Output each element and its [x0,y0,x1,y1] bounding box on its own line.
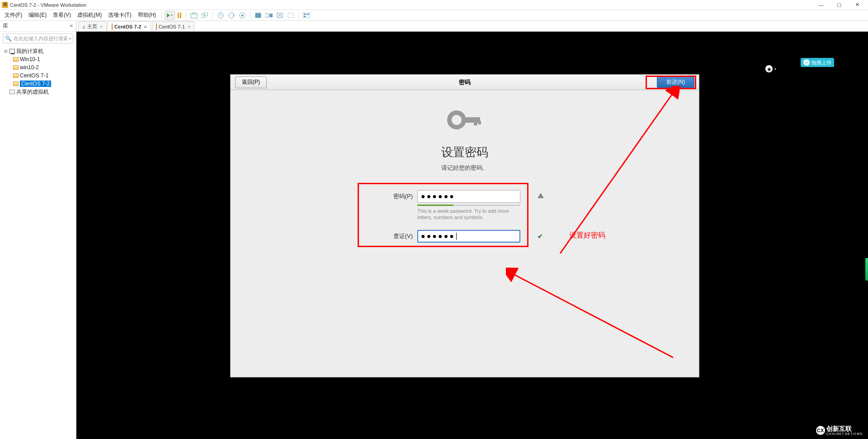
snapshot-manager-button[interactable] [200,11,210,20]
app-icon: 回 [2,2,8,8]
vm-icon [13,73,19,78]
heading: 设置密码 [441,144,488,160]
tree-item-centos-7-1[interactable]: CentOS 7-1 [0,72,76,80]
menu-view[interactable]: 查看(V) [50,10,74,20]
cloud-icon: ∞ [803,59,810,66]
snapshot-button[interactable] [189,11,199,20]
svg-point-17 [449,113,464,127]
svg-rect-9 [265,14,269,17]
back-button[interactable]: 返回(P) [235,76,267,88]
svg-rect-12 [288,13,293,18]
password-input[interactable] [417,190,520,203]
svg-rect-13 [303,13,310,18]
menu-file[interactable]: 文件(F) [2,10,25,20]
warning-icon [538,193,545,200]
panel-header: 返回(P) 密码 前进(N) [231,75,699,90]
menu-help[interactable]: 帮助(H) [135,10,159,20]
suspend-button[interactable] [178,13,181,18]
svg-rect-14 [304,14,306,15]
window-title: CentOS 7-2 - VMware Workstation [10,2,86,8]
svg-point-5 [229,13,234,18]
panel-body: 设置密码 请记好您的密码。 密码(P) ●●●●●● [231,90,699,377]
vm-console[interactable]: ∞ 拖拽上传 ◉ ▾ 返回(P) 密码 前进(N) [76,32,868,439]
clock-manage-icon[interactable] [237,11,247,20]
library-search[interactable]: 🔍 在此处键入内容进行搜索 ▾ [3,33,73,43]
svg-rect-15 [307,14,309,15]
svg-rect-19 [474,121,477,125]
chevron-down-icon[interactable]: ▾ [774,67,776,71]
close-icon[interactable]: × [100,24,103,29]
panel-title: 密码 [459,78,471,86]
tree-shared-vms[interactable]: 共享的虚拟机 [0,88,76,96]
computer-icon [9,49,15,53]
stretch-button[interactable] [286,11,296,20]
annotation-ring-forward [646,76,696,89]
clock-forward-icon[interactable] [226,11,236,20]
minimize-button[interactable]: — [812,0,830,10]
maximize-button[interactable]: ▢ [830,0,848,10]
menu-tabs[interactable]: 选项卡(T) [105,10,134,20]
subtitle: 请记好您的密码。 [441,164,488,172]
library-close-icon[interactable]: ✕ [69,23,73,29]
search-dropdown-icon[interactable]: ▾ [69,37,71,41]
thumbnail-button[interactable] [302,11,311,20]
verify-input[interactable] [417,230,520,243]
tab-centos-7-2[interactable]: CentOS 7-2× [108,21,151,31]
window-titlebar: 回 CentOS 7-2 - VMware Workstation — ▢ ✕ [0,0,868,10]
library-header: 库 ✕ [0,21,76,32]
vm-icon [13,65,19,70]
tab-bar: ⌂主页× CentOS 7-2× CentOS 7-1× [76,21,868,32]
clock-icon[interactable] [216,11,226,20]
svg-rect-10 [269,14,273,17]
close-icon[interactable]: × [188,24,190,29]
side-strip [865,258,868,281]
shared-icon [9,90,15,94]
vm-icon [13,57,19,62]
menu-vm[interactable]: 虚拟机(M) [75,10,104,20]
search-icon: 🔍 [5,35,12,42]
tree-root-my-computer[interactable]: ⊟ 我的计算机 [0,47,76,55]
search-placeholder: 在此处键入内容进行搜索 [14,35,67,42]
home-icon: ⌂ [82,24,85,29]
svg-rect-8 [255,13,261,18]
vm-icon [112,24,113,30]
annotation-text: 设置好密码 [569,231,605,240]
guest-top-bar: ◉ ▾ [230,63,789,74]
power-on-button[interactable]: ▾ [165,11,175,20]
check-icon: ✔ [538,233,545,240]
password-form: 密码(P) ●●●●●● This is a weak password. Tr… [381,190,548,244]
fullscreen-button[interactable] [253,11,263,20]
library-tree: ⊟ 我的计算机 Win10-1 win10-2 CentOS 7-1 CentO… [0,45,76,96]
vm-icon [156,24,157,30]
close-icon[interactable]: × [144,24,146,29]
svg-rect-7 [241,14,243,16]
svg-rect-20 [478,121,481,124]
tree-item-win10-1[interactable]: Win10-1 [0,55,76,63]
menubar: 文件(F) 编辑(E) 查看(V) 虚拟机(M) 选项卡(T) 帮助(H) ▾ [0,10,868,21]
gnome-setup-panel: 返回(P) 密码 前进(N) 设置密码 请记好您的密码。 密码(P) [230,74,699,377]
vm-icon [13,81,19,86]
key-icon [447,107,483,134]
unity-button[interactable] [264,11,274,20]
accessibility-icon[interactable]: ◉ [765,65,773,72]
upload-overlay-button[interactable]: ∞ 拖拽上传 [801,58,834,67]
main-area: ⌂主页× CentOS 7-2× CentOS 7-1× ∞ 拖拽上传 ◉ ▾ … [76,21,868,439]
tab-home[interactable]: ⌂主页× [78,21,107,31]
tree-item-win10-2[interactable]: win10-2 [0,63,76,72]
svg-rect-16 [304,16,306,17]
library-sidebar: 库 ✕ 🔍 在此处键入内容进行搜索 ▾ ⊟ 我的计算机 Win10-1 win1… [0,21,76,439]
close-button[interactable]: ✕ [848,0,866,10]
fit-guest-button[interactable] [275,11,285,20]
password-strength-bar [417,205,520,206]
library-label: 库 [3,22,8,30]
watermark-logo: CX 创新互联 CXHLNET.NET/CMS [816,425,863,435]
menu-edit[interactable]: 编辑(E) [26,10,49,20]
tab-centos-7-1[interactable]: CentOS 7-1× [152,21,195,31]
tree-item-centos-7-2[interactable]: CentOS 7-2 [0,80,76,88]
